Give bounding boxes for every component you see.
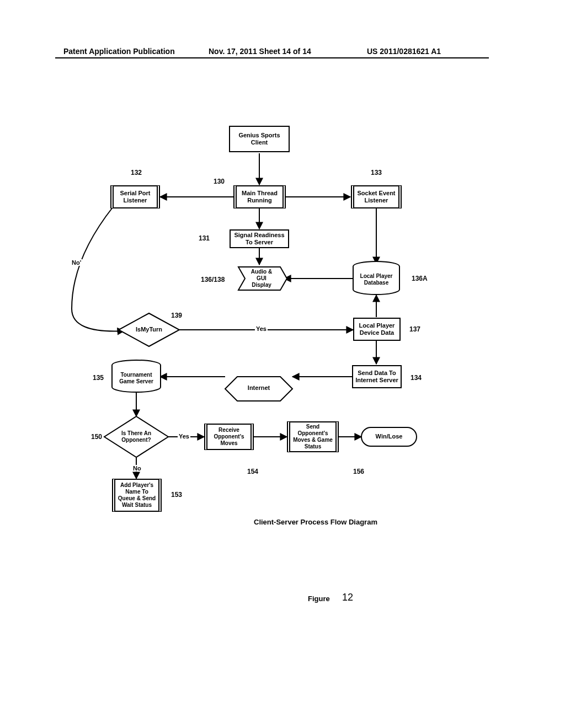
figure-label: Figure [308, 595, 330, 603]
node-main-thread: Main Thread Running [233, 185, 286, 208]
node-local-db: Local Player Database [358, 270, 395, 289]
label-150: 150 [91, 433, 102, 441]
label-139: 139 [171, 312, 182, 319]
node-audio-gui: Audio & GUI Display [245, 270, 278, 287]
edge-no-opp: No [132, 465, 142, 472]
arrows-overlay [0, 0, 565, 728]
label-130: 130 [214, 178, 225, 185]
diagram-stage: Genius Sports Client Main Thread Running… [0, 0, 565, 728]
node-socket-listener: Socket Event Listener [351, 185, 402, 208]
node-recv-moves: Receive Opponent's Moves [204, 424, 254, 450]
label-137: 137 [409, 325, 420, 333]
node-serial-listener: Serial Port Listener [110, 185, 160, 208]
label-156: 156 [353, 468, 364, 475]
label-131: 131 [199, 234, 210, 242]
label-134: 134 [411, 374, 422, 382]
edge-yes-turn: Yes [255, 325, 268, 332]
node-internet: Internet [244, 382, 274, 394]
label-136-138: 136/138 [201, 276, 225, 283]
node-opponent-q: Is There An Opponent? [116, 429, 157, 445]
label-132: 132 [131, 169, 142, 176]
node-send-data: Send Data To Internet Server [352, 365, 402, 388]
label-154: 154 [247, 468, 258, 475]
node-genius-client: Genius Sports Client [229, 126, 290, 152]
label-153: 153 [171, 491, 182, 499]
diagram-caption: Client-Server Process Flow Diagram [254, 518, 377, 526]
node-ismyturn: IsMyTurn [132, 325, 166, 334]
label-135: 135 [93, 374, 104, 382]
label-133: 133 [371, 169, 382, 176]
node-send-moves: Send Opponent's Moves & Game Status [287, 421, 339, 452]
node-tour-server: Tournament Game Server [116, 368, 157, 388]
edge-no-quote: No' [71, 259, 82, 266]
node-add-queue: Add Player's Name To Queue & Send Wait S… [112, 479, 162, 512]
edge-yes-opp: Yes [178, 433, 190, 440]
node-winlose: Win/Lose [370, 431, 408, 442]
figure-number: 12 [342, 592, 353, 603]
node-signal-readiness: Signal Readiness To Server [230, 229, 289, 248]
node-device-data: Local Player Device Data [353, 318, 401, 341]
label-136A: 136A [412, 275, 428, 282]
